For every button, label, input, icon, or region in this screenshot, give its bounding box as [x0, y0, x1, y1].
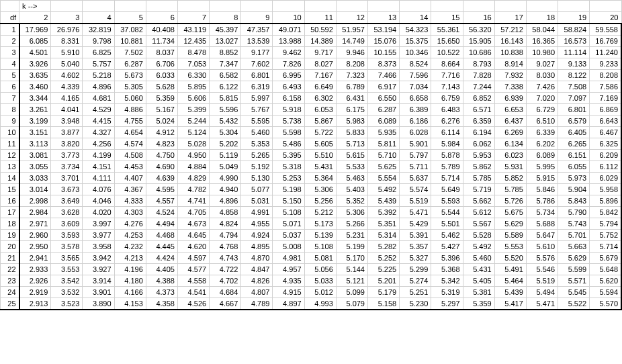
df-header: 21	[1, 253, 19, 264]
table-cell: 6.089	[526, 150, 558, 161]
table-cell: 3.532	[51, 287, 83, 298]
table-cell: 4.046	[83, 195, 114, 207]
table-cell: 6.359	[463, 116, 494, 127]
table-cell: 5.615	[336, 150, 367, 161]
table-cell: 5.533	[336, 161, 367, 173]
table-cell: 5.743	[558, 218, 590, 230]
table-cell: 4.991	[241, 207, 273, 218]
table-cell: 3.081	[19, 150, 51, 161]
df-header: 18	[1, 218, 19, 230]
table-cell: 5.179	[367, 287, 399, 298]
df-header: 17	[1, 207, 19, 218]
table-cell: 5.463	[336, 173, 367, 184]
table-cell: 6.649	[304, 81, 336, 93]
table-cell: 4.955	[241, 218, 273, 230]
table-cell: 5.931	[494, 161, 526, 173]
table-cell: 4.743	[210, 253, 241, 264]
table-cell: 3.820	[51, 138, 83, 150]
table-cell: 7.169	[590, 93, 621, 104]
table-cell: 6.085	[19, 36, 51, 47]
table-cell: 9.133	[558, 58, 590, 70]
table-cell: 5.231	[336, 230, 367, 241]
table-cell: 4.213	[114, 253, 146, 264]
table-cell: 3.523	[51, 298, 83, 310]
table-cell: 5.714	[590, 241, 621, 253]
table-cell: 3.261	[19, 104, 51, 116]
table-cell: 10.522	[431, 47, 463, 58]
table-cell: 6.287	[114, 58, 146, 70]
table-cell: 6.643	[590, 116, 621, 127]
table-cell: 5.314	[367, 230, 399, 241]
table-cell: 5.620	[590, 275, 621, 287]
table-cell: 4.782	[177, 184, 209, 195]
df-header: 23	[1, 275, 19, 287]
table-cell: 4.935	[273, 275, 304, 287]
table-cell: 5.710	[367, 150, 399, 161]
table-cell: 5.274	[400, 275, 431, 287]
table-cell: 3.055	[19, 161, 51, 173]
table-cell: 5.983	[336, 116, 367, 127]
table-cell: 5.218	[83, 70, 114, 81]
table-cell: 5.033	[304, 275, 336, 287]
table-cell: 8.122	[558, 70, 590, 81]
table-cell: 5.675	[494, 207, 526, 218]
table-cell: 6.467	[590, 127, 621, 138]
table-cell: 5.399	[177, 104, 209, 116]
table-cell: 5.662	[463, 195, 494, 207]
table-cell: 6.729	[526, 104, 558, 116]
table-cell: 5.297	[431, 298, 463, 310]
table-cell: 5.594	[590, 287, 621, 298]
table-cell: 3.773	[51, 150, 83, 161]
table-cell: 7.338	[494, 81, 526, 93]
table-cell: 16.143	[494, 36, 526, 47]
table-cell: 5.833	[336, 127, 367, 138]
table-cell: 5.306	[336, 207, 367, 218]
table-cell: 6.302	[304, 93, 336, 104]
df-header: 14	[1, 173, 19, 184]
table-cell: 5.663	[558, 241, 590, 253]
table-cell: 7.602	[241, 58, 273, 70]
table-cell: 5.266	[336, 218, 367, 230]
table-cell: 7.020	[526, 93, 558, 104]
table-cell: 4.684	[210, 287, 241, 298]
table-cell: 5.878	[431, 150, 463, 161]
table-cell: 4.915	[273, 287, 304, 298]
table-cell: 4.722	[210, 264, 241, 275]
table-cell: 43.119	[177, 24, 209, 36]
blank-cell	[177, 1, 209, 12]
table-cell: 10.686	[463, 47, 494, 58]
table-cell: 5.544	[431, 207, 463, 218]
df-header: 6	[1, 81, 19, 93]
table-cell: 10.155	[367, 47, 399, 58]
table-cell: 5.811	[367, 138, 399, 150]
table-cell: 53.194	[367, 24, 399, 36]
table-cell: 5.984	[431, 138, 463, 150]
blank-cell	[431, 1, 463, 12]
table-cell: 5.510	[304, 150, 336, 161]
table-cell: 5.522	[558, 298, 590, 310]
table-cell: 4.256	[83, 138, 114, 150]
table-cell: 4.824	[210, 218, 241, 230]
df-header: 12	[1, 150, 19, 161]
table-cell: 6.134	[494, 138, 526, 150]
table-cell: 4.388	[146, 275, 177, 287]
table-cell: 3.628	[51, 207, 83, 218]
table-cell: 3.977	[83, 230, 114, 241]
table-cell: 8.793	[463, 58, 494, 70]
table-cell: 5.520	[494, 253, 526, 264]
table-cell: 7.167	[304, 70, 336, 81]
table-cell: 5.918	[273, 104, 304, 116]
table-cell: 5.079	[336, 298, 367, 310]
table-cell: 4.166	[114, 287, 146, 298]
table-cell: 6.852	[463, 93, 494, 104]
table-cell: 4.895	[241, 241, 273, 253]
df-header: 3	[1, 47, 19, 58]
blank-cell	[590, 1, 621, 12]
table-cell: 6.194	[463, 127, 494, 138]
table-cell: 3.542	[51, 275, 83, 287]
table-cell: 12.435	[177, 36, 209, 47]
blank-cell	[51, 1, 83, 12]
table-cell: 3.890	[83, 298, 114, 310]
table-cell: 4.705	[177, 207, 209, 218]
table-cell: 5.364	[304, 173, 336, 184]
